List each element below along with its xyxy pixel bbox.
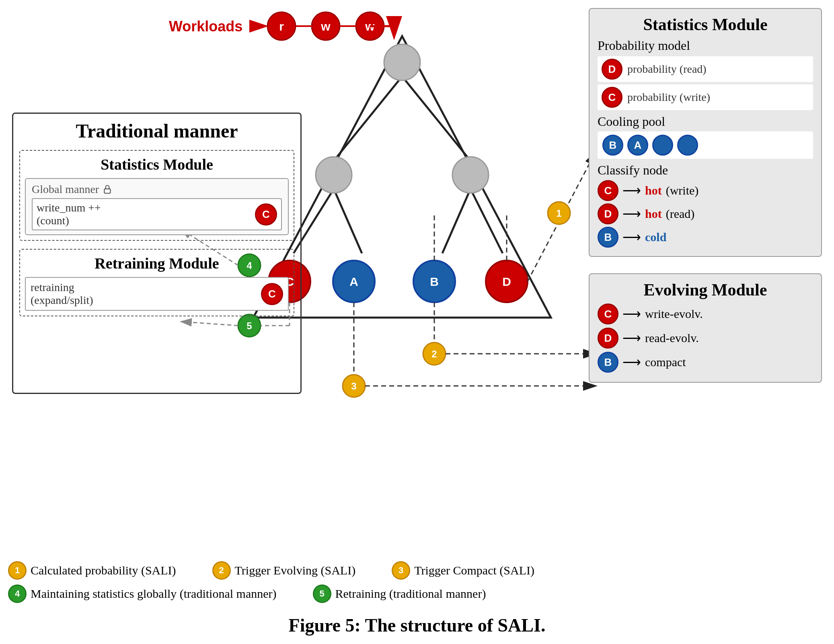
node-c-retraining: C [261, 283, 283, 305]
svg-point-37 [423, 343, 446, 365]
evolving-b-text: compact [645, 355, 686, 369]
node-d-prob: D [602, 59, 622, 80]
legend-circle-3: 3 [392, 561, 410, 580]
evolving-d-arrow: ⟶ [622, 330, 641, 346]
stats-module-right: Statistics Module Probability model D pr… [589, 8, 822, 257]
svg-text:w: w [365, 20, 375, 33]
traditional-manner-box: Traditional manner Statistics Module Glo… [12, 113, 302, 394]
retraining-module-title: Retraining Module [25, 254, 289, 272]
classify-d-subtext: (read) [666, 207, 695, 221]
traditional-manner-title: Traditional manner [19, 120, 294, 142]
lock-icon [102, 184, 113, 195]
legend-item-3: 3 Trigger Compact (SALI) [392, 561, 534, 580]
svg-line-1 [334, 76, 402, 161]
svg-text:2: 2 [431, 349, 437, 359]
classify-b-row: B ⟶ cold [598, 227, 813, 248]
legend-text-2: Trigger Evolving (SALI) [235, 564, 356, 577]
svg-point-22 [316, 157, 352, 193]
svg-point-21 [384, 44, 420, 80]
classify-c-text: hot [645, 184, 662, 197]
prob-read-text: probability (read) [627, 63, 707, 76]
svg-point-33 [548, 202, 570, 224]
cooling-dot2 [677, 135, 698, 156]
evolving-module: Evolving Module C ⟶ write-evolv. D ⟶ rea… [589, 273, 822, 383]
classify-node-label: Classify node [598, 163, 813, 178]
svg-text:r: r [279, 20, 284, 33]
classify-c-arrow: ⟶ [622, 183, 641, 198]
classify-b-arrow: ⟶ [622, 230, 641, 245]
classify-d-arrow: ⟶ [622, 206, 641, 222]
svg-text:3: 3 [351, 381, 356, 392]
legend-row-1: 1 Calculated probability (SALI) 2 Trigge… [8, 561, 826, 580]
classify-d: D [598, 203, 618, 224]
classify-d-text: hot [645, 207, 662, 221]
cooling-pool-label: Cooling pool [598, 114, 813, 129]
prob-write-row: C probability (write) [598, 84, 813, 110]
svg-point-13 [312, 12, 340, 40]
node-c-stats: C [255, 203, 277, 226]
evolving-b-arrow: ⟶ [622, 355, 641, 370]
figure-caption: Figure 5: The structure of SALI. [0, 615, 834, 636]
classify-c-row: C ⟶ hot (write) [598, 180, 813, 201]
cooling-pool-row: B A [598, 131, 813, 159]
evolving-b-row: B ⟶ compact [598, 352, 813, 373]
legend-area: 1 Calculated probability (SALI) 2 Trigge… [8, 561, 826, 608]
svg-line-4 [334, 189, 362, 253]
prob-write-text: probability (write) [627, 91, 710, 104]
svg-line-6 [470, 189, 503, 253]
retraining-module-traditional: Retraining Module retraining(expand/spli… [19, 249, 294, 316]
evolving-c-text: write-evolv. [645, 307, 703, 321]
svg-text:D: D [502, 275, 511, 288]
svg-point-41 [343, 375, 365, 397]
evolving-d-text: read-evolv. [645, 331, 699, 345]
prob-model-label: Probability model [598, 38, 813, 53]
evolving-d: D [598, 328, 618, 349]
svg-point-11 [267, 12, 296, 40]
svg-point-28 [413, 260, 455, 302]
svg-rect-53 [105, 189, 111, 193]
evolving-c-arrow: ⟶ [622, 306, 641, 322]
write-num-box: write_num ++(count) C [32, 198, 282, 230]
evolving-b: B [598, 352, 618, 373]
legend-text-1: Calculated probability (SALI) [31, 564, 176, 577]
legend-circle-5: 5 [313, 585, 331, 603]
legend-item-2: 2 Trigger Evolving (SALI) [212, 561, 356, 580]
legend-circle-1: 1 [8, 561, 27, 580]
svg-point-26 [333, 260, 375, 302]
legend-item-1: 1 Calculated probability (SALI) [8, 561, 176, 580]
write-num-text: write_num ++(count) [37, 201, 101, 227]
svg-point-23 [452, 157, 489, 193]
classify-c: C [598, 180, 618, 201]
prob-read-row: D probability (read) [598, 56, 813, 82]
classify-b-text: cold [645, 230, 666, 244]
legend-circle-4: 4 [8, 585, 27, 603]
evolving-d-row: D ⟶ read-evolv. [598, 328, 813, 349]
retraining-text: retraining(expand/split) [31, 281, 93, 307]
node-c-prob: C [602, 87, 622, 108]
stats-module-traditional-title: Statistics Module [25, 156, 289, 173]
svg-point-30 [486, 260, 528, 302]
classify-c-subtext: (write) [666, 184, 699, 197]
legend-circle-2: 2 [212, 561, 231, 580]
global-manner-label: Global manner [32, 183, 282, 196]
legend-row-2: 4 Maintaining statistics globally (tradi… [8, 585, 826, 603]
stats-module-right-title: Statistics Module [598, 15, 813, 34]
evolving-title: Evolving Module [598, 280, 813, 299]
cooling-dot1 [652, 135, 673, 156]
retraining-inner-box: retraining(expand/split) C [25, 277, 289, 311]
legend-item-5: 5 Retraining (traditional manner) [313, 585, 486, 603]
evolving-c: C [598, 304, 618, 324]
classify-d-row: D ⟶ hot (read) [598, 203, 813, 224]
cooling-a: A [627, 135, 648, 156]
svg-line-32 [528, 153, 595, 281]
svg-line-2 [402, 76, 470, 161]
svg-text:B: B [430, 275, 439, 288]
svg-text:1: 1 [556, 208, 561, 219]
svg-text:A: A [349, 275, 358, 288]
svg-line-5 [442, 189, 470, 253]
legend-text-3: Trigger Compact (SALI) [414, 564, 534, 577]
stats-module-traditional: Statistics Module Global manner write_nu… [19, 150, 294, 241]
svg-text:w: w [320, 20, 331, 33]
legend-text-5: Retraining (traditional manner) [335, 587, 486, 601]
legend-text-4: Maintaining statistics globally (traditi… [31, 587, 277, 601]
